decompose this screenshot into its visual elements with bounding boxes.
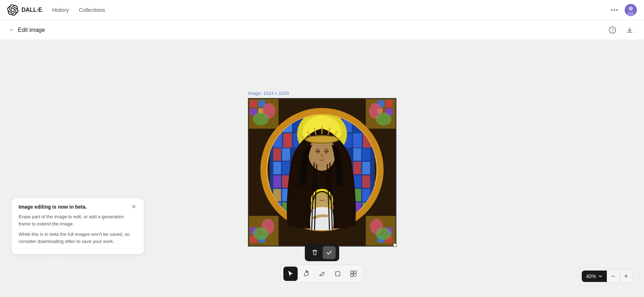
svg-point-94 <box>316 193 328 209</box>
nav-links: History Collections <box>48 5 109 15</box>
beta-notice-header: Image editing is now in beta. ✕ <box>19 204 137 210</box>
delete-button[interactable] <box>308 246 321 259</box>
nav-right <box>608 4 637 16</box>
svg-rect-73 <box>362 162 370 174</box>
app-name: DALL·E <box>21 7 42 13</box>
resize-handle[interactable] <box>393 243 397 247</box>
check-icon <box>326 249 332 256</box>
subheader-actions: ? <box>607 24 635 36</box>
svg-rect-72 <box>362 148 370 161</box>
svg-rect-53 <box>353 133 362 148</box>
svg-point-31 <box>376 227 391 240</box>
frame-icon <box>350 270 357 277</box>
svg-rect-57 <box>273 148 281 161</box>
svg-rect-7 <box>250 100 257 107</box>
svg-rect-14 <box>385 100 392 107</box>
hand-icon <box>303 270 310 277</box>
page-title: Edit image <box>18 27 45 33</box>
eraser-icon <box>318 270 326 277</box>
crop-icon <box>334 270 341 277</box>
svg-rect-68 <box>353 162 361 174</box>
plus-icon: + <box>624 273 628 280</box>
download-button[interactable] <box>624 24 635 36</box>
svg-rect-63 <box>282 162 290 174</box>
image-action-toolbar <box>305 244 339 261</box>
svg-rect-103 <box>336 272 340 276</box>
svg-rect-107 <box>354 274 356 277</box>
svg-rect-105 <box>354 271 356 273</box>
svg-point-12 <box>253 113 268 126</box>
beta-notice-text2: While this is in beta the full images wo… <box>19 231 137 245</box>
svg-rect-59 <box>273 175 281 188</box>
svg-point-86 <box>306 136 338 142</box>
canvas-image[interactable] <box>248 98 396 247</box>
close-beta-notice-button[interactable]: ✕ <box>131 204 137 210</box>
image-size-label: Image: 1024 x 1024 <box>248 91 289 96</box>
beta-notice-panel: Image editing is now in beta. ✕ Erase pa… <box>11 198 144 254</box>
chevron-down-icon <box>598 274 602 278</box>
main-content: Image: 1024 x 1024 <box>0 40 644 297</box>
svg-point-25 <box>253 227 268 240</box>
svg-point-1 <box>629 6 633 11</box>
image-container: Image: 1024 x 1024 <box>248 91 396 247</box>
svg-rect-67 <box>353 148 361 161</box>
svg-rect-104 <box>351 271 353 273</box>
beta-notice-title: Image editing is now in beta. <box>19 204 87 210</box>
stained-glass-image <box>248 98 396 246</box>
help-icon: ? <box>609 26 616 34</box>
beta-notice-text1: Erase part of the image to edit, or add … <box>19 213 137 227</box>
back-icon: ← <box>9 26 15 34</box>
trash-icon <box>312 249 318 256</box>
subheader: ← Edit image ? <box>0 20 644 40</box>
cursor-icon <box>287 270 294 277</box>
zoom-level-button[interactable]: 40% <box>582 271 607 282</box>
svg-rect-106 <box>351 274 353 277</box>
avatar-image <box>625 4 637 16</box>
nav-history[interactable]: History <box>48 5 73 15</box>
svg-rect-74 <box>362 175 370 188</box>
zoom-out-button[interactable]: − <box>607 270 620 283</box>
zoom-control: 40% − + <box>582 270 633 283</box>
back-button[interactable]: ← Edit image <box>9 26 45 34</box>
openai-logo-icon <box>7 4 19 16</box>
svg-rect-62 <box>282 148 290 161</box>
zoom-level-text: 40% <box>586 273 596 279</box>
frame-tool-button[interactable] <box>346 267 361 281</box>
logo-container[interactable]: DALL·E <box>7 4 42 16</box>
hand-tool-button[interactable] <box>299 267 313 281</box>
editing-toolbar <box>280 265 364 283</box>
more-options-button[interactable] <box>608 8 620 12</box>
svg-text:?: ? <box>611 28 614 33</box>
user-avatar[interactable] <box>625 4 637 16</box>
zoom-in-button[interactable]: + <box>620 270 633 283</box>
eraser-tool-button[interactable] <box>315 267 329 281</box>
svg-rect-58 <box>273 162 281 174</box>
nav-collections[interactable]: Collections <box>74 5 109 15</box>
minus-icon: − <box>611 273 615 280</box>
select-tool-button[interactable] <box>283 267 298 281</box>
canvas-area[interactable]: Image: 1024 x 1024 <box>0 40 644 297</box>
top-navigation: DALL·E History Collections <box>0 0 644 20</box>
crop-tool-button[interactable] <box>331 267 345 281</box>
download-icon <box>626 26 633 34</box>
help-button[interactable]: ? <box>607 24 618 36</box>
svg-rect-47 <box>283 133 292 148</box>
svg-point-19 <box>376 113 391 126</box>
confirm-button[interactable] <box>323 246 336 259</box>
